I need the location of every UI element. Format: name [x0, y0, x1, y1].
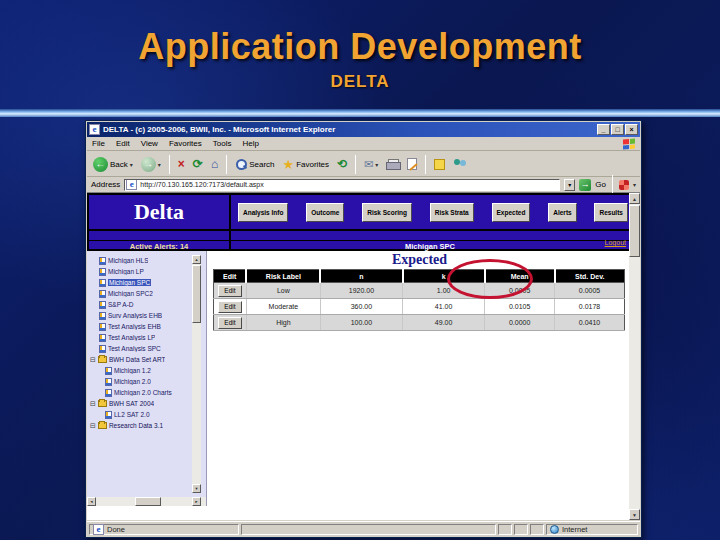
nav-alerts[interactable]: Alerts: [548, 203, 576, 222]
scrollbar-thumb[interactable]: [135, 497, 161, 506]
window-title: DELTA - (c) 2005-2006, BWII, Inc. - Micr…: [103, 125, 597, 134]
close-button[interactable]: ×: [625, 124, 638, 135]
chart-icon: [99, 257, 106, 265]
nav-outcome[interactable]: Outcome: [306, 203, 344, 222]
home-button[interactable]: ⌂: [209, 156, 220, 172]
print-button[interactable]: [384, 158, 401, 170]
edit-button[interactable]: Edit: [218, 301, 242, 313]
scroll-down-icon[interactable]: ▼: [629, 509, 640, 520]
cell-mean: 0.0000: [485, 315, 555, 331]
pinwheel-icon[interactable]: [619, 180, 629, 190]
page-content: Delta Analysis Info Outcome Risk Scoring…: [87, 193, 640, 520]
chart-icon: [99, 345, 106, 353]
edit-button[interactable]: Edit: [218, 285, 242, 297]
nav-button-row: Analysis Info Outcome Risk Scoring Risk …: [235, 195, 631, 229]
nav-risk-scoring[interactable]: Risk Scoring: [362, 203, 412, 222]
scroll-up-icon[interactable]: ▲: [192, 255, 201, 264]
scroll-left-icon[interactable]: ◄: [87, 497, 96, 506]
col-n: n: [320, 270, 402, 283]
addressbar-separator: [612, 175, 613, 194]
tree-folder[interactable]: ⊟BWH SAT 2004: [87, 398, 191, 409]
tree-item[interactable]: Michigan HLS: [87, 255, 191, 266]
tree-folder[interactable]: ⊟Research Data 3.1: [87, 420, 191, 431]
notes-button[interactable]: [432, 158, 447, 171]
scroll-down-icon[interactable]: ▼: [192, 484, 201, 493]
cell-risk-label: Moderate: [246, 299, 320, 315]
tree-item-selected[interactable]: Michigan SPC: [87, 277, 191, 288]
cell-std-dev: 0.0178: [555, 299, 625, 315]
address-dropdown-button[interactable]: ▾: [564, 179, 575, 191]
status-empty-pane: [241, 524, 496, 535]
table-header-row: Edit Risk Label n k Mean Std. Dev.: [214, 270, 625, 283]
chart-icon: [99, 312, 106, 320]
links-chevron-icon[interactable]: ▾: [633, 181, 636, 188]
nav-results[interactable]: Results: [594, 203, 627, 222]
forward-button[interactable]: → ▾: [139, 156, 163, 173]
status-pane: [498, 524, 512, 535]
scrollbar-thumb[interactable]: [629, 205, 640, 257]
mail-button[interactable]: ✉ ▾: [362, 157, 380, 172]
tree-item[interactable]: S&P A-D: [87, 299, 191, 310]
tree-item[interactable]: Test Analysis LP: [87, 332, 191, 343]
scroll-right-icon[interactable]: ►: [192, 497, 201, 506]
menu-help[interactable]: Help: [242, 139, 258, 148]
tree-vertical-scrollbar[interactable]: ▲ ▼: [192, 255, 201, 493]
scroll-up-icon[interactable]: ▲: [629, 193, 640, 204]
chart-icon: [99, 323, 106, 331]
tree-item[interactable]: Test Analysis EHB: [87, 321, 191, 332]
forward-icon: →: [141, 157, 156, 172]
address-input[interactable]: e http://70.130.165.120:7173/default.asp…: [124, 179, 560, 191]
folder-icon: [98, 356, 107, 363]
edit-button[interactable]: Edit: [218, 317, 242, 329]
analysis-tree: Michigan HLS Michigan LP Michigan SPC Mi…: [87, 255, 191, 431]
go-arrow-icon[interactable]: →: [579, 179, 591, 191]
collapse-icon[interactable]: ⊟: [90, 356, 96, 364]
stop-button[interactable]: ×: [176, 156, 187, 172]
tree-horizontal-scrollbar[interactable]: ◄ ►: [87, 497, 207, 506]
search-label: Search: [249, 160, 274, 169]
tree-item[interactable]: Test Analysis SPC: [87, 343, 191, 354]
collapse-icon[interactable]: ⊟: [90, 400, 96, 408]
scrollbar-thumb[interactable]: [192, 265, 201, 323]
menu-favorites[interactable]: Favorites: [169, 139, 202, 148]
chart-icon: [105, 378, 112, 386]
expected-table: Edit Risk Label n k Mean Std. Dev. Edit …: [213, 269, 625, 331]
tree-item[interactable]: Michigan SPC2: [87, 288, 191, 299]
mail-dropdown-icon[interactable]: ▾: [375, 161, 378, 168]
app-logo: Delta: [89, 197, 229, 227]
nav-risk-strata[interactable]: Risk Strata: [430, 203, 474, 222]
cell-k: 41.00: [403, 299, 485, 315]
stop-icon: ×: [178, 157, 185, 171]
collapse-icon[interactable]: ⊟: [90, 422, 96, 430]
minimize-button[interactable]: _: [597, 124, 610, 135]
history-button[interactable]: ⟲: [335, 156, 349, 172]
back-dropdown-icon[interactable]: ▾: [130, 161, 133, 168]
tree-item[interactable]: Michigan 1.2: [87, 365, 191, 376]
tree-item[interactable]: Michigan 2.0 Charts: [87, 387, 191, 398]
back-button[interactable]: ← Back ▾: [91, 156, 135, 173]
maximize-button[interactable]: □: [611, 124, 624, 135]
slide-divider-bar: [0, 109, 720, 117]
search-button[interactable]: Search: [233, 157, 276, 171]
menu-file[interactable]: File: [92, 139, 105, 148]
menu-edit[interactable]: Edit: [116, 139, 130, 148]
tree-item[interactable]: Michigan 2.0: [87, 376, 191, 387]
forward-dropdown-icon[interactable]: ▾: [158, 161, 161, 168]
favorites-button[interactable]: ★ Favorites: [281, 156, 332, 173]
search-icon: [235, 158, 247, 170]
nav-expected[interactable]: Expected: [492, 203, 531, 222]
nav-analysis-info[interactable]: Analysis Info: [238, 203, 288, 222]
tree-item[interactable]: Surv Analysis EHB: [87, 310, 191, 321]
tree-folder[interactable]: ⊟BWH Data Set ART: [87, 354, 191, 365]
menu-view[interactable]: View: [141, 139, 158, 148]
refresh-button[interactable]: ⟳: [191, 156, 205, 172]
tree-item[interactable]: LL2 SAT 2.0: [87, 409, 191, 420]
tree-item[interactable]: Michigan LP: [87, 266, 191, 277]
favorites-label: Favorites: [296, 160, 329, 169]
table-row: Edit Moderate 360.00 41.00 0.0105 0.0178: [214, 299, 625, 315]
messenger-button[interactable]: [451, 157, 469, 171]
go-label[interactable]: Go: [595, 180, 606, 189]
menu-tools[interactable]: Tools: [213, 139, 232, 148]
content-vertical-scrollbar[interactable]: ▲ ▼: [629, 193, 640, 520]
edit-page-button[interactable]: [405, 157, 419, 171]
